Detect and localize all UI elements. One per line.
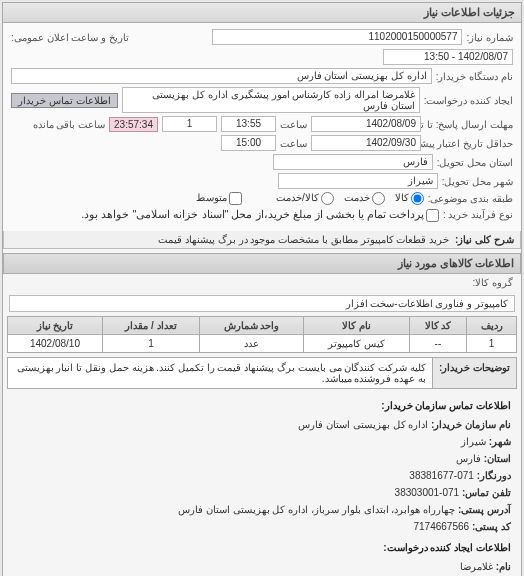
table-row[interactable]: 1 -- کیس کامپیوتر عدد 1 1402/08/10	[8, 334, 517, 352]
org-label: نام سازمان خریدار:	[431, 419, 511, 430]
cell-name: کیس کامپیوتر	[304, 334, 410, 352]
buyer-desc-label: توضیحات خریدار:	[432, 358, 516, 388]
th-qty: تعداد / مقدار	[102, 316, 199, 334]
deadline-time-value: 13:55	[221, 116, 276, 132]
name-label: نام:	[496, 561, 511, 572]
validity-time-value: 15:00	[221, 135, 276, 151]
table-header-row: ردیف کد کالا نام کالا واحد شمارش تعداد /…	[8, 316, 517, 334]
radio-goods-service-text: کالا/خدمت	[276, 192, 319, 203]
checkbox-avg-text: متوسط	[196, 192, 227, 203]
general-title-label: شرح کلی نیاز:	[455, 234, 514, 245]
time-label-1: ساعت	[280, 119, 307, 130]
niaz-no-value: 1102000150000577	[212, 29, 462, 45]
cell-code: --	[409, 334, 466, 352]
announce-value: 1402/08/07 - 13:50	[383, 49, 513, 65]
name-value: غلامرضا	[460, 561, 493, 572]
requester-value: غلامرضا امراله زاده کارشناس امور پیشگیری…	[122, 87, 420, 113]
fax-label: دورنگار:	[477, 470, 511, 481]
addr-value: چهارراه هوابرد، ابتدای بلوار سرباز، ادار…	[178, 504, 455, 515]
province-value: فارس	[273, 154, 433, 170]
org-value: اداره کل بهزیستی استان فارس	[298, 419, 428, 430]
radio-goods[interactable]	[411, 192, 424, 205]
deadline-date-value: 1402/08/09	[311, 116, 421, 132]
checkbox-avg[interactable]	[229, 192, 242, 205]
th-row: ردیف	[467, 316, 517, 334]
general-title-row: شرح کلی نیاز: خرید قطعات کامپیوتر مطابق …	[3, 231, 521, 249]
cell-date: 1402/08/10	[8, 334, 103, 352]
phone-value: 071-38303001	[395, 487, 460, 498]
general-title-value: خرید قطعات کامپیوتر مطابق با مشخصات موجو…	[10, 234, 449, 245]
buyer-device-value: اداره کل بهزیستی استان فارس	[11, 68, 432, 84]
time-label-2: ساعت	[280, 138, 307, 149]
contact-city-label: شهر:	[489, 436, 511, 447]
buy-type-label: نوع فرآیند خرید :	[443, 209, 513, 220]
radio-goods-label[interactable]: کالا	[395, 192, 424, 205]
th-code: کد کالا	[409, 316, 466, 334]
days-remain-value: 1	[162, 116, 217, 132]
contact-title-1: اطلاعات تماس سازمان خریدار:	[13, 397, 511, 414]
postal-label: کد پستی:	[472, 521, 511, 532]
cell-qty: 1	[102, 334, 199, 352]
buy-type-note: پرداخت تمام یا بخشی از مبلغ خرید،از محل …	[81, 208, 424, 220]
goods-section-header: اطلاعات کالاهای مورد نیاز	[3, 253, 521, 274]
requester-label: ایجاد کننده درخواست:	[424, 95, 513, 106]
radio-service[interactable]	[372, 192, 385, 205]
niaz-no-label: شماره نیاز:	[466, 32, 513, 43]
radio-service-text: خدمت	[344, 192, 370, 203]
postal-value: 7174667566	[413, 521, 469, 532]
buy-type-checkbox[interactable]	[426, 209, 439, 222]
validity-date-value: 1402/09/30	[311, 135, 421, 151]
cell-unit: عدد	[199, 334, 303, 352]
radio-goods-text: کالا	[395, 192, 409, 203]
announce-label: تاریخ و ساعت اعلان عمومی:	[11, 32, 129, 43]
goods-group-label: گروه کالا:	[472, 277, 513, 288]
phone-label: تلفن تماس:	[462, 487, 511, 498]
buyer-desc-value: کلیه شرکت کنندگان می بایست برگ پیشنهاد ق…	[8, 358, 432, 388]
details-panel: جزئیات اطلاعات نیاز شماره نیاز: 11020001…	[2, 2, 522, 576]
contact-city-value: شیراز	[461, 436, 486, 447]
checkbox-avg-label[interactable]: متوسط	[196, 192, 242, 205]
buy-type-check-label[interactable]: پرداخت تمام یا بخشی از مبلغ خرید،از محل …	[81, 208, 439, 222]
addr-label: آدرس پستی:	[458, 504, 511, 515]
panel-title: جزئیات اطلاعات نیاز	[3, 3, 521, 23]
city-value: شیراز	[278, 173, 438, 189]
buyer-device-label: نام دستگاه خریدار:	[436, 71, 513, 82]
buyer-contact-button[interactable]: اطلاعات تماس خریدار	[11, 93, 118, 108]
form-area: شماره نیاز: 1102000150000577 تاریخ و ساع…	[3, 23, 521, 231]
radio-service-label[interactable]: خدمت	[344, 192, 385, 205]
th-name: نام کالا	[304, 316, 410, 334]
province-label: استان محل تحویل:	[437, 157, 513, 168]
buyer-desc-row: توضیحات خریدار: کلیه شرکت کنندگان می بای…	[7, 357, 517, 389]
deadline-label: مهلت ارسال پاسخ: تا تاریخ:	[425, 119, 513, 130]
goods-table: ردیف کد کالا نام کالا واحد شمارش تعداد /…	[7, 316, 517, 353]
th-date: تاریخ نیاز	[8, 316, 103, 334]
contact-title-2: اطلاعات ایجاد کننده درخواست:	[13, 539, 511, 556]
goods-group-value: کامپیوتر و فناوری اطلاعات-سخت افزار	[9, 295, 515, 312]
fax-value: 071-38381677	[409, 470, 474, 481]
time-remain-value: 23:57:34	[109, 117, 158, 132]
cell-row: 1	[467, 334, 517, 352]
radio-goods-service-label[interactable]: کالا/خدمت	[276, 192, 334, 205]
contact-info: اطلاعات تماس سازمان خریدار: نام سازمان خ…	[3, 391, 521, 576]
contact-province-label: استان:	[484, 453, 511, 464]
radio-goods-service[interactable]	[321, 192, 334, 205]
subject-class-label: طبقه بندی موضوعی:	[428, 193, 513, 204]
contact-province-value: فارس	[456, 453, 481, 464]
city-label: شهر محل تحویل:	[442, 176, 513, 187]
th-unit: واحد شمارش	[199, 316, 303, 334]
validity-label: حداقل تاریخ اعتبار پیشنهاد: تا تاریخ:	[425, 138, 513, 149]
days-remain-suffix: ساعت باقی مانده	[33, 119, 106, 130]
